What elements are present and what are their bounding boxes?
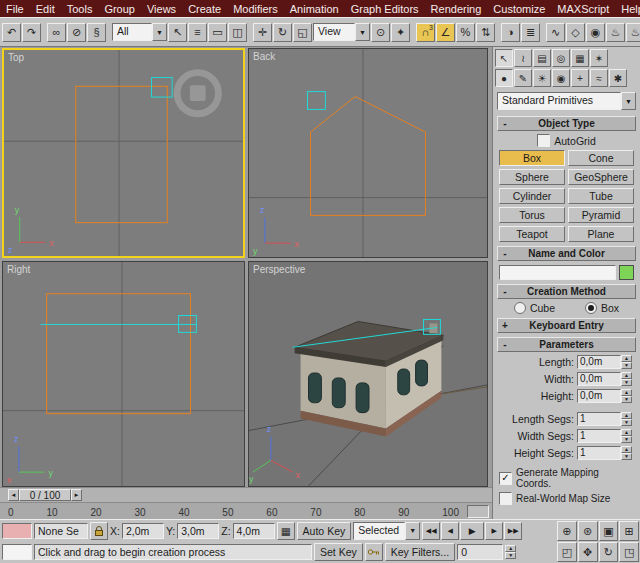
box-button[interactable]: Box: [499, 150, 565, 166]
menu-edit[interactable]: Edit: [30, 2, 61, 16]
display-tab[interactable]: ▦: [571, 49, 589, 67]
select-and-move-icon[interactable]: ✛: [253, 23, 272, 42]
menu-help[interactable]: Help: [615, 2, 640, 16]
go-to-start-button[interactable]: ◀◀: [422, 522, 440, 540]
height-segs-spinner[interactable]: ▲▼: [621, 446, 632, 460]
angle-snap-icon[interactable]: ∠: [436, 23, 455, 42]
key-filters-button[interactable]: Key Filters...: [385, 543, 455, 561]
rollout-creation-method[interactable]: - Creation Method: [497, 284, 636, 299]
select-object-icon[interactable]: ↖: [168, 23, 187, 42]
rect-selection-region-icon[interactable]: ▭: [208, 23, 227, 42]
primitive-type-dropdown[interactable]: Standard Primitives ▼: [497, 92, 636, 110]
creation-gizmo-box[interactable]: [308, 92, 326, 110]
pyramid-button[interactable]: Pyramid: [568, 207, 634, 223]
reference-coordinate-dropdown[interactable]: View ▼: [313, 23, 370, 41]
cube-radio-option[interactable]: Cube: [514, 302, 555, 314]
named-selection-field[interactable]: None Se: [34, 523, 88, 539]
select-by-name-icon[interactable]: ≡: [188, 23, 207, 42]
viewport-top[interactable]: y x z Top: [2, 48, 245, 258]
rollout-keyboard-entry[interactable]: + Keyboard Entry: [497, 318, 636, 333]
spacewarps-category-icon[interactable]: ≈: [590, 69, 608, 87]
modify-tab[interactable]: ≀: [514, 49, 532, 67]
viewport-perspective[interactable]: z x y Perspective: [248, 261, 488, 487]
bind-to-spacewarp-icon[interactable]: §: [87, 23, 106, 42]
menu-file[interactable]: File: [0, 2, 30, 16]
schematic-view-icon[interactable]: ◇: [566, 23, 585, 42]
motion-tab[interactable]: ◎: [552, 49, 570, 67]
selected-dropdown-value[interactable]: Selected: [353, 522, 405, 540]
length-segs-spinner[interactable]: ▲▼: [621, 412, 632, 426]
spinner-down-icon[interactable]: ▼: [621, 362, 632, 369]
box-spline-outline[interactable]: [47, 294, 191, 414]
length-spinner[interactable]: ▲▼: [621, 355, 632, 369]
selection-set-dropdown[interactable]: Selected ▼: [353, 522, 420, 540]
tube-button[interactable]: Tube: [568, 188, 634, 204]
spinner-up-icon[interactable]: ▲: [621, 372, 632, 379]
rollout-parameters[interactable]: - Parameters: [497, 337, 636, 352]
percent-snap-icon[interactable]: %: [456, 23, 475, 42]
selection-filter-value[interactable]: All: [112, 23, 152, 41]
height-input[interactable]: 0,0m: [577, 389, 621, 403]
chevron-down-icon[interactable]: ▼: [152, 23, 167, 41]
box-spline-outline[interactable]: [76, 86, 167, 222]
spinner-up-icon[interactable]: ▲: [505, 545, 516, 552]
previous-key-icon[interactable]: ◄: [8, 489, 19, 501]
spinner-down-icon[interactable]: ▼: [505, 552, 516, 559]
geometry-category-icon[interactable]: ●: [495, 69, 513, 87]
object-name-input[interactable]: [499, 265, 616, 280]
spinner-up-icon[interactable]: ▲: [621, 446, 632, 453]
hierarchy-tab[interactable]: ▤: [533, 49, 551, 67]
width-segs-input[interactable]: 1: [577, 429, 621, 443]
viewport-label[interactable]: Perspective: [253, 264, 305, 275]
arc-rotate-icon[interactable]: ↻: [599, 542, 619, 562]
generate-mapping-checkbox[interactable]: ✓: [499, 472, 512, 485]
pan-icon[interactable]: ✥: [578, 542, 598, 562]
spinner-down-icon[interactable]: ▼: [621, 419, 632, 426]
spinner-up-icon[interactable]: ▲: [621, 429, 632, 436]
zoom-icon[interactable]: ⊕: [557, 521, 577, 541]
menu-graph-editors[interactable]: Graph Editors: [345, 2, 425, 16]
menu-group[interactable]: Group: [98, 2, 141, 16]
frame-spinner[interactable]: ▲▼: [505, 545, 516, 559]
viewport-back[interactable]: z x y Back: [248, 48, 488, 258]
auto-key-button[interactable]: Auto Key: [297, 522, 352, 540]
time-slider-handle[interactable]: ◄ 0 / 100 ►: [8, 489, 82, 501]
redo-icon[interactable]: ↷: [22, 23, 41, 42]
height-segs-input[interactable]: 1: [577, 446, 621, 460]
spinner-snap-icon[interactable]: ⇅: [476, 23, 495, 42]
menu-views[interactable]: Views: [141, 2, 182, 16]
chevron-down-icon[interactable]: ▼: [405, 522, 420, 540]
teapot-button[interactable]: Teapot: [499, 226, 565, 242]
window-crossing-icon[interactable]: ◫: [228, 23, 247, 42]
unlink-selection-icon[interactable]: ⊘: [67, 23, 86, 42]
width-input[interactable]: 0,0m: [577, 372, 621, 386]
spinner-up-icon[interactable]: ▲: [621, 412, 632, 419]
maxscript-mini-listener-script[interactable]: [2, 544, 32, 560]
geosphere-button[interactable]: GeoSphere: [568, 169, 634, 185]
x-coordinate-field[interactable]: 2,0m: [122, 523, 164, 539]
menu-maxscript[interactable]: MAXScript: [551, 2, 615, 16]
use-center-icon[interactable]: ⊙: [371, 23, 390, 42]
box-radio[interactable]: [585, 302, 597, 314]
creation-gizmo-box[interactable]: [152, 77, 173, 97]
zoom-extents-icon[interactable]: ▣: [599, 521, 619, 541]
spinner-up-icon[interactable]: ▲: [621, 355, 632, 362]
menu-tools[interactable]: Tools: [61, 2, 99, 16]
sphere-button[interactable]: Sphere: [499, 169, 565, 185]
go-to-end-button[interactable]: ▶▶: [504, 522, 522, 540]
selection-filter-dropdown[interactable]: All ▼: [112, 23, 167, 41]
render-setup-icon[interactable]: ♨: [606, 23, 625, 42]
select-and-manipulate-icon[interactable]: ✦: [391, 23, 410, 42]
plane-button[interactable]: Plane: [568, 226, 634, 242]
real-world-checkbox[interactable]: [499, 492, 512, 505]
undo-icon[interactable]: ↶: [2, 23, 21, 42]
cube-radio[interactable]: [514, 302, 526, 314]
quick-render-icon[interactable]: ♨: [626, 23, 640, 42]
select-and-link-icon[interactable]: ∞: [47, 23, 66, 42]
length-input[interactable]: 0,0m: [577, 355, 621, 369]
rollout-object-type[interactable]: - Object Type: [497, 116, 636, 131]
material-editor-icon[interactable]: ◉: [586, 23, 605, 42]
menu-modifiers[interactable]: Modifiers: [227, 2, 284, 16]
width-spinner[interactable]: ▲▼: [621, 372, 632, 386]
spinner-down-icon[interactable]: ▼: [621, 436, 632, 443]
